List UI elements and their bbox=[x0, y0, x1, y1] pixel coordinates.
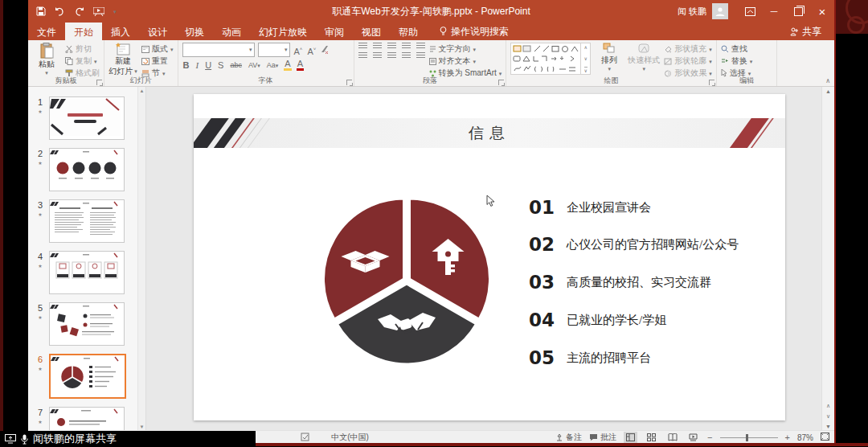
scroll-up-icon[interactable]: ▲ bbox=[825, 88, 831, 94]
shapes-scroll-down-icon[interactable]: ∨ bbox=[584, 55, 588, 61]
copy-button[interactable]: 复制 ▾ bbox=[65, 56, 100, 66]
language-label[interactable]: 中文(中国) bbox=[331, 432, 369, 443]
font-size-select[interactable]: ▾ bbox=[258, 43, 290, 57]
zoom-slider-thumb[interactable] bbox=[746, 434, 748, 441]
increase-indent-icon[interactable] bbox=[402, 43, 411, 50]
font-dialog-launcher[interactable] bbox=[346, 80, 352, 85]
collapse-ribbon-icon[interactable]: ∧ bbox=[825, 77, 830, 84]
redo-icon[interactable] bbox=[74, 7, 84, 16]
shrink-font-button[interactable]: A˅ bbox=[306, 43, 317, 57]
account-name[interactable]: 闻 轶鹏 bbox=[678, 6, 706, 18]
save-icon[interactable] bbox=[36, 6, 46, 16]
scroll-down-icon[interactable]: ▼ bbox=[825, 424, 831, 429]
new-slide-button[interactable]: 新建 幻灯片▾ bbox=[108, 43, 137, 76]
bullets-icon[interactable] bbox=[358, 43, 367, 50]
avatar[interactable] bbox=[712, 3, 728, 19]
qat-customize-icon[interactable]: ▾ bbox=[113, 9, 117, 14]
replace-button[interactable]: 替换 ▾ bbox=[721, 56, 753, 66]
highlight-color-button[interactable]: A bbox=[284, 59, 291, 71]
line-spacing-icon[interactable] bbox=[416, 43, 425, 50]
align-center-icon[interactable] bbox=[373, 52, 382, 59]
list-item-1[interactable]: 01 企业校园宣讲会 bbox=[529, 195, 651, 219]
thumbnail-scrollbar[interactable]: ▲ ▼ bbox=[137, 87, 145, 431]
tab-file[interactable]: 文件 bbox=[28, 23, 65, 40]
share-button[interactable]: 共享 bbox=[790, 23, 821, 40]
font-name-select[interactable]: ▾ bbox=[182, 43, 255, 57]
numbering-icon[interactable] bbox=[373, 43, 382, 50]
reading-view-button[interactable] bbox=[665, 432, 679, 443]
tab-home[interactable]: 开始 bbox=[65, 23, 102, 40]
slideshow-view-button[interactable] bbox=[686, 432, 700, 443]
thumb-scroll-up-icon[interactable]: ▲ bbox=[140, 88, 145, 93]
shapes-scroll-up-icon[interactable]: ∧ bbox=[584, 44, 588, 50]
tab-view[interactable]: 视图 bbox=[353, 23, 390, 40]
change-case-button[interactable]: Aa▾ bbox=[266, 59, 280, 71]
align-text-button[interactable]: 对齐文本 ▾ bbox=[429, 56, 502, 66]
align-right-icon[interactable] bbox=[387, 52, 396, 59]
next-slide-icon[interactable]: ∨ bbox=[826, 413, 830, 420]
close-button[interactable]: × bbox=[810, 0, 834, 23]
underline-button[interactable]: U bbox=[204, 59, 212, 71]
slide-title-band[interactable]: 信息 bbox=[194, 118, 785, 148]
tab-transitions[interactable]: 切换 bbox=[176, 23, 213, 40]
character-spacing-button[interactable]: AV▾ bbox=[248, 59, 261, 71]
paragraph-dialog-launcher[interactable] bbox=[498, 80, 504, 85]
notes-button[interactable]: 备注 bbox=[555, 432, 582, 443]
justify-icon[interactable] bbox=[402, 52, 411, 59]
shapes-gallery[interactable]: ∧ ∨ ∨ bbox=[510, 43, 591, 75]
find-button[interactable]: 查找 bbox=[721, 44, 753, 54]
strikethrough-button[interactable]: abc bbox=[229, 59, 243, 71]
restore-button[interactable] bbox=[786, 0, 810, 23]
clear-formatting-icon[interactable] bbox=[320, 45, 329, 55]
tell-me-search[interactable]: 操作说明搜索 bbox=[440, 23, 509, 40]
quick-styles-button[interactable]: 快速样式 ▾ bbox=[628, 43, 660, 72]
list-item-3[interactable]: 03 高质量的校招、实习交流群 bbox=[529, 270, 711, 294]
font-color-button[interactable]: A bbox=[297, 59, 304, 71]
shapes-more-icon[interactable]: ∨ bbox=[584, 67, 588, 73]
slide-thumbnail-1[interactable] bbox=[49, 96, 125, 140]
minimize-button[interactable]: ─ bbox=[762, 0, 786, 23]
pie-diagram[interactable] bbox=[310, 184, 503, 377]
cut-button[interactable]: 剪切 bbox=[65, 44, 100, 54]
list-item-4[interactable]: 04 已就业的学长/学姐 bbox=[529, 308, 666, 332]
zoom-out-button[interactable]: − bbox=[707, 433, 712, 442]
italic-button[interactable]: I bbox=[194, 59, 199, 71]
shape-fill-button[interactable]: 形状填充 ▾ bbox=[664, 44, 712, 54]
arrange-button[interactable]: 排列 ▾ bbox=[595, 43, 624, 72]
slide-sorter-view-button[interactable] bbox=[645, 432, 658, 443]
zoom-in-button[interactable]: + bbox=[785, 433, 790, 442]
slide-thumbnail-3[interactable] bbox=[49, 199, 125, 243]
clipboard-dialog-launcher[interactable] bbox=[96, 80, 102, 85]
slide-thumbnail-2[interactable] bbox=[49, 148, 125, 191]
tab-insert[interactable]: 插入 bbox=[102, 23, 139, 40]
zoom-level[interactable]: 87% bbox=[797, 433, 813, 442]
slide-thumbnail-6-selected[interactable] bbox=[49, 354, 126, 399]
vertical-scrollbar[interactable]: ▲ ∧ ∨ ▼ bbox=[821, 87, 834, 431]
tab-animations[interactable]: 动画 bbox=[213, 23, 250, 40]
decrease-indent-icon[interactable] bbox=[387, 43, 396, 50]
list-item-2[interactable]: 02 心仪公司的官方招聘网站/公众号 bbox=[529, 232, 739, 256]
previous-slide-icon[interactable]: ∧ bbox=[826, 403, 830, 409]
text-direction-button[interactable]: 文字方向 ▾ bbox=[429, 44, 502, 54]
normal-view-button[interactable] bbox=[624, 432, 637, 443]
bold-button[interactable]: B bbox=[182, 59, 190, 71]
tab-review[interactable]: 审阅 bbox=[316, 23, 353, 40]
slide-thumbnail-7[interactable] bbox=[49, 407, 125, 431]
align-left-icon[interactable] bbox=[358, 52, 367, 59]
slide-canvas[interactable]: 信息 bbox=[194, 94, 785, 420]
shape-outline-button[interactable]: 形状轮廓 ▾ bbox=[664, 56, 712, 66]
comments-button[interactable]: 批注 bbox=[589, 432, 616, 443]
fit-to-window-icon[interactable] bbox=[821, 433, 829, 442]
shapes-gallery-scroll[interactable]: ∧ ∨ ∨ bbox=[580, 43, 590, 74]
spellcheck-icon[interactable] bbox=[301, 433, 310, 443]
tab-slideshow[interactable]: 幻灯片放映 bbox=[250, 23, 316, 40]
tab-design[interactable]: 设计 bbox=[139, 23, 176, 40]
grow-font-button[interactable]: A˄ bbox=[293, 43, 304, 57]
slide-thumbnail-4[interactable] bbox=[49, 251, 125, 294]
start-slideshow-icon[interactable] bbox=[93, 7, 104, 16]
tab-help[interactable]: 帮助 bbox=[390, 23, 427, 40]
undo-icon[interactable] bbox=[55, 7, 65, 16]
columns-icon[interactable] bbox=[416, 52, 425, 59]
reset-button[interactable]: 重置 bbox=[141, 56, 174, 66]
ribbon-display-options-icon[interactable] bbox=[738, 0, 762, 23]
